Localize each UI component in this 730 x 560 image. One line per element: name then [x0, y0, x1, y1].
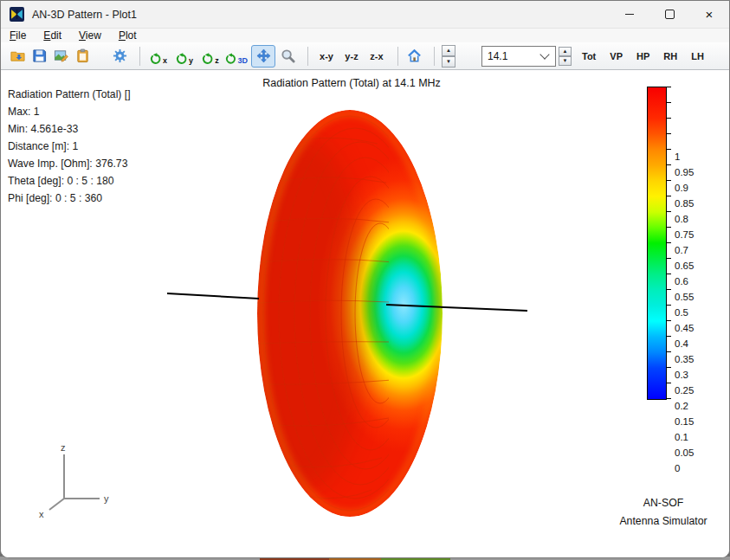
- save-icon: [32, 48, 47, 63]
- zoom-button[interactable]: [279, 48, 296, 65]
- toolbar-separator: [434, 47, 435, 66]
- branding: AN-SOF Antenna Simulator: [598, 494, 728, 531]
- rotate-y-button[interactable]: y: [173, 48, 196, 65]
- maximize-icon: [665, 10, 675, 19]
- rotate-3d-button[interactable]: 3D: [225, 48, 248, 65]
- menu-plot[interactable]: Plot: [116, 29, 139, 42]
- colorbar-tick-label: 1: [675, 151, 680, 163]
- stepper-up-button[interactable]: ▲: [442, 45, 455, 56]
- colorbar-tick-label: 0.35: [675, 353, 694, 365]
- pan-button[interactable]: [251, 45, 275, 68]
- rotate-arrow-icon: [225, 53, 236, 65]
- rotate-arrow-icon: [176, 53, 188, 65]
- colorbar-tick-label: 0.95: [675, 166, 694, 178]
- title-bar[interactable]: AN-3D Pattern - Plot1 ×: [1, 1, 729, 29]
- colorbar-tick-label: 0.25: [675, 384, 694, 396]
- frequency-up-button[interactable]: ▲: [559, 47, 572, 56]
- colorbar-gradient: [647, 87, 667, 400]
- clipboard-icon: [75, 48, 90, 63]
- close-button[interactable]: ×: [689, 1, 729, 28]
- settings-button[interactable]: [111, 48, 128, 65]
- menu-file[interactable]: File: [7, 29, 29, 42]
- window-title: AN-3D Pattern - Plot1: [32, 9, 137, 21]
- plot-area: Radiation Pattern (Total) at 14.1 MHz Ra…: [1, 70, 729, 557]
- branding-line2: Antenna Simulator: [598, 512, 728, 531]
- colorbar-tick-label: 0.2: [675, 400, 688, 412]
- open-button[interactable]: [9, 48, 26, 65]
- close-icon: ×: [706, 8, 714, 21]
- toolbar-separator: [139, 47, 140, 66]
- magnifier-icon: [281, 48, 295, 63]
- rotate-y-label: y: [189, 57, 193, 65]
- colorbar-tick-label: 0.55: [675, 291, 694, 303]
- frequency-down-button[interactable]: ▼: [559, 56, 572, 66]
- export-image-button[interactable]: [52, 48, 69, 65]
- rotation-stepper: ▲ ▼: [442, 45, 455, 68]
- right-hand-pol-button[interactable]: RH: [663, 51, 677, 61]
- app-icon: [10, 7, 24, 22]
- colorbar-tick-label: 0.15: [675, 415, 694, 428]
- open-folder-icon: [10, 48, 25, 63]
- menu-bar: File Edit View Plot: [1, 29, 729, 42]
- branding-line1: AN-SOF: [598, 494, 728, 512]
- gear-icon: [113, 48, 127, 63]
- colorbar-tick-label: 0.6: [675, 275, 688, 287]
- view-xy-button[interactable]: x-y: [315, 51, 338, 61]
- minimize-button[interactable]: [610, 1, 649, 28]
- toolbar-separator: [307, 47, 308, 66]
- colorbar-tick-label: 0.3: [675, 369, 688, 381]
- rotate-arrow-icon: [202, 53, 214, 65]
- colorbar-tick-label: 0.5: [675, 306, 688, 319]
- rotate-x-label: x: [163, 57, 167, 65]
- axis-z-label: z: [61, 442, 66, 453]
- menu-edit[interactable]: Edit: [41, 29, 64, 42]
- colorbar-tick-label: 0.1: [675, 431, 688, 443]
- maximize-button[interactable]: [649, 1, 689, 28]
- toolbar-separator: [397, 47, 398, 66]
- colorbar-tick-label: 0.7: [675, 244, 688, 256]
- frequency-stepper: ▲ ▼: [559, 47, 572, 66]
- colorbar-tick-label: 0.05: [675, 447, 694, 459]
- colorbar-ticks: [666, 87, 671, 399]
- colorbar-tick-label: 0.75: [675, 229, 694, 241]
- axis-triad: z y x: [39, 442, 109, 519]
- radiation-pattern-3d[interactable]: z y x: [1, 70, 730, 558]
- total-pattern-button[interactable]: Tot: [582, 51, 596, 61]
- minimize-icon: [625, 14, 634, 16]
- menu-view[interactable]: View: [76, 29, 104, 42]
- home-view-button[interactable]: [405, 48, 423, 65]
- colorbar-tick-label: 0.9: [675, 182, 688, 194]
- colorbar-tick-label: 0.45: [675, 322, 694, 334]
- axis-x-label: x: [39, 509, 44, 519]
- frequency-select[interactable]: 14.1: [481, 46, 556, 67]
- axis-y-label: y: [104, 493, 109, 504]
- rotate-3d-label: 3D: [237, 57, 248, 65]
- save-button[interactable]: [30, 48, 48, 65]
- an3d-pattern-window: AN-3D Pattern - Plot1 × File Edit View P…: [0, 0, 730, 558]
- view-yz-button[interactable]: y-z: [340, 51, 363, 61]
- left-hand-pol-button[interactable]: LH: [691, 51, 704, 61]
- colorbar-tick-label: 0.4: [675, 338, 688, 350]
- rotate-z-label: z: [215, 57, 219, 65]
- frequency-value: 14.1: [488, 50, 541, 62]
- rotate-z-button[interactable]: z: [199, 48, 222, 65]
- rotate-x-button[interactable]: x: [147, 48, 170, 65]
- colorbar-tick-label: 0: [675, 462, 680, 474]
- rotate-arrow-icon: [150, 53, 162, 65]
- pan-icon: [256, 48, 271, 63]
- view-zx-button[interactable]: z-x: [365, 51, 388, 61]
- vertical-pol-button[interactable]: VP: [610, 51, 623, 61]
- home-icon: [407, 48, 422, 63]
- colorbar-tick-label: 0.65: [675, 260, 694, 272]
- toolbar: x y z 3D x-y y-z z-x ▲ ▼ 14.1: [1, 42, 729, 70]
- colorbar-tick-label: 0.85: [675, 197, 694, 209]
- chevron-down-icon: [539, 49, 549, 59]
- horizontal-pol-button[interactable]: HP: [636, 51, 649, 61]
- stepper-down-button[interactable]: ▼: [442, 56, 455, 68]
- copy-button[interactable]: [74, 48, 91, 65]
- export-image-icon: [54, 48, 68, 63]
- colorbar-tick-label: 0.8: [675, 213, 688, 225]
